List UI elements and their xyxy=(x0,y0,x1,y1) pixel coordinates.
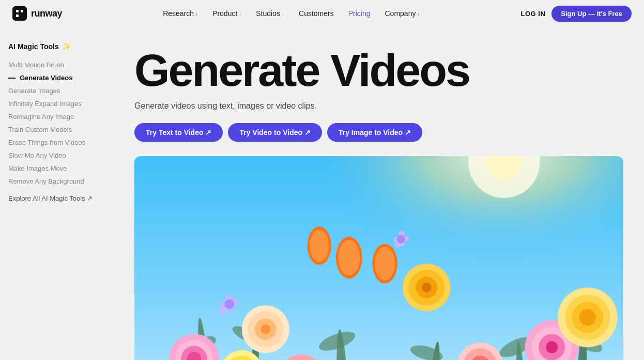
hero-section: Generate Videos Generate videos using te… xyxy=(114,27,644,360)
try-video-to-video-button[interactable]: Try Video to Video ↗ xyxy=(228,123,322,142)
logo[interactable]: runway xyxy=(12,6,62,21)
sidebar-item-train-models[interactable]: Train Custom Models xyxy=(8,124,105,136)
svg-rect-0 xyxy=(12,6,27,21)
sidebar-item-generate-videos[interactable]: Generate Videos xyxy=(8,72,105,84)
sidebar-item-remove-background[interactable]: Remove Any Background xyxy=(8,175,105,187)
svg-rect-2 xyxy=(21,10,23,12)
hero-buttons: Try Text to Video ↗ Try Video to Video ↗… xyxy=(134,123,623,142)
chevron-down-icon: ↓ xyxy=(417,11,420,17)
nav-customers[interactable]: Customers xyxy=(299,9,334,18)
svg-rect-3 xyxy=(16,14,19,17)
sidebar-item-reimagine-image[interactable]: Reimagine Any Image xyxy=(8,111,105,123)
sidebar-item-explore-all[interactable]: Explore All AI Magic Tools ↗ xyxy=(8,192,105,204)
nav-pricing[interactable]: Pricing xyxy=(348,9,371,18)
login-button[interactable]: LOG IN xyxy=(521,10,546,18)
sidebar-item-generate-images[interactable]: Generate Images xyxy=(8,85,105,97)
sidebar-item-multi-motion-brush[interactable]: Multi Motion Brush xyxy=(8,59,105,71)
try-image-to-video-button[interactable]: Try Image to Video ↗ xyxy=(327,123,422,142)
hero-image xyxy=(134,156,623,360)
chevron-down-icon: ↓ xyxy=(282,11,284,17)
svg-point-62 xyxy=(224,299,234,309)
logo-text: runway xyxy=(31,8,62,19)
svg-point-44 xyxy=(579,309,596,325)
active-indicator xyxy=(8,78,16,79)
svg-point-23 xyxy=(310,230,329,262)
svg-point-68 xyxy=(397,235,405,243)
sidebar-list: Multi Motion Brush Generate Videos Gener… xyxy=(8,59,105,204)
header-actions: LOG IN Sign Up — It's Free xyxy=(521,6,632,22)
main-nav: Research ↓ Product ↓ Studios ↓ Customers… xyxy=(163,9,420,18)
nav-research[interactable]: Research ↓ xyxy=(163,9,198,18)
svg-point-25 xyxy=(375,247,395,280)
sidebar-item-erase-videos[interactable]: Erase Things from Videos xyxy=(8,137,105,148)
signup-button[interactable]: Sign Up — It's Free xyxy=(551,6,632,22)
header: runway Research ↓ Product ↓ Studios ↓ Cu… xyxy=(0,0,644,27)
wand-icon: ✨ xyxy=(62,42,71,51)
nav-company[interactable]: Company ↓ xyxy=(385,9,420,18)
nav-studios[interactable]: Studios ↓ xyxy=(256,9,284,18)
svg-rect-1 xyxy=(16,10,19,12)
sidebar-item-expand-images[interactable]: Infinitely Expand Images xyxy=(8,98,105,110)
runway-logo-icon xyxy=(12,6,27,21)
svg-point-52 xyxy=(261,324,270,334)
chevron-down-icon: ↓ xyxy=(195,11,198,17)
try-text-to-video-button[interactable]: Try Text to Video ↗ xyxy=(134,123,223,142)
sidebar-item-make-images-move[interactable]: Make Images Move xyxy=(8,162,105,174)
sidebar: AI Magic Tools ✨ Multi Motion Brush Gene… xyxy=(0,27,114,360)
chevron-down-icon: ↓ xyxy=(239,11,241,17)
svg-point-40 xyxy=(422,283,431,292)
svg-point-21 xyxy=(339,240,360,276)
hero-subtitle: Generate videos using text, images or vi… xyxy=(134,101,623,111)
sidebar-item-slow-mo[interactable]: Slow Mo Any Video xyxy=(8,149,105,161)
sidebar-title: AI Magic Tools ✨ xyxy=(8,42,105,51)
nav-product[interactable]: Product ↓ xyxy=(212,9,241,18)
svg-point-61 xyxy=(219,308,226,315)
main-content: AI Magic Tools ✨ Multi Motion Brush Gene… xyxy=(0,27,644,360)
hero-title: Generate Videos xyxy=(134,48,623,93)
svg-point-36 xyxy=(546,341,558,353)
